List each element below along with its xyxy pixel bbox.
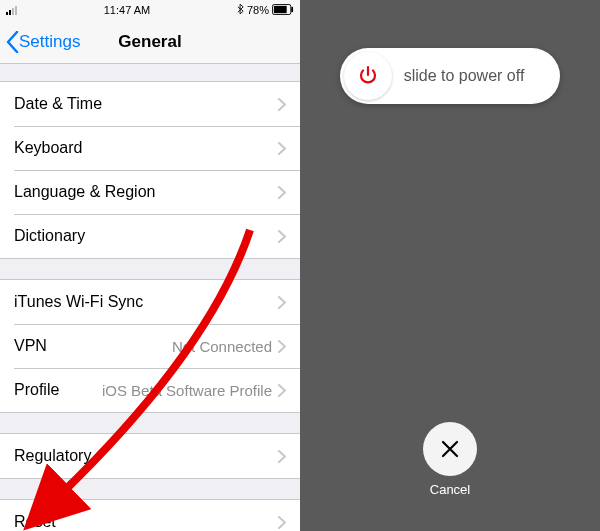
row-itunes-wifi-sync[interactable]: iTunes Wi-Fi Sync xyxy=(0,280,300,324)
status-bar: 11:47 AM 78% xyxy=(0,0,300,20)
power-icon xyxy=(356,64,380,88)
chevron-right-icon xyxy=(278,384,286,397)
row-language-region[interactable]: Language & Region xyxy=(0,170,300,214)
status-time: 11:47 AM xyxy=(104,4,150,16)
row-detail: Not Connected xyxy=(47,338,278,355)
row-label: Regulatory xyxy=(14,447,91,465)
cancel-button[interactable] xyxy=(423,422,477,476)
slide-to-power-off[interactable]: slide to power off xyxy=(340,48,560,104)
row-label: Reset xyxy=(14,513,56,531)
chevron-right-icon xyxy=(278,296,286,309)
power-off-screen: slide to power off Cancel xyxy=(300,0,600,531)
battery-icon xyxy=(272,4,294,17)
row-label: VPN xyxy=(14,337,47,355)
row-label: iTunes Wi-Fi Sync xyxy=(14,293,143,311)
svg-rect-2 xyxy=(274,5,287,12)
chevron-right-icon xyxy=(278,186,286,199)
cancel-area: Cancel xyxy=(423,422,477,497)
close-icon xyxy=(441,440,459,458)
row-keyboard[interactable]: Keyboard xyxy=(0,126,300,170)
chevron-right-icon xyxy=(278,450,286,463)
slider-label: slide to power off xyxy=(392,67,556,85)
chevron-right-icon xyxy=(278,516,286,529)
chevron-right-icon xyxy=(278,340,286,353)
row-label: Keyboard xyxy=(14,139,83,157)
row-regulatory[interactable]: Regulatory xyxy=(0,434,300,478)
chevron-right-icon xyxy=(278,142,286,155)
row-dictionary[interactable]: Dictionary xyxy=(0,214,300,258)
row-date-time[interactable]: Date & Time xyxy=(0,82,300,126)
chevron-right-icon xyxy=(278,230,286,243)
row-reset[interactable]: Reset xyxy=(0,500,300,531)
signal-icon xyxy=(6,6,17,15)
battery-percent: 78% xyxy=(247,4,269,16)
bluetooth-icon xyxy=(237,4,244,17)
power-knob[interactable] xyxy=(344,52,392,100)
page-title: General xyxy=(0,32,300,52)
row-vpn[interactable]: VPN Not Connected xyxy=(0,324,300,368)
row-label: Language & Region xyxy=(14,183,155,201)
row-detail: iOS Beta Software Profile xyxy=(59,382,278,399)
chevron-right-icon xyxy=(278,98,286,111)
row-label: Date & Time xyxy=(14,95,102,113)
row-label: Dictionary xyxy=(14,227,85,245)
row-profile[interactable]: Profile iOS Beta Software Profile xyxy=(0,368,300,412)
row-label: Profile xyxy=(14,381,59,399)
settings-list: Date & Time Keyboard Language & Region D… xyxy=(0,81,300,531)
nav-bar: Settings General xyxy=(0,20,300,64)
settings-general-screen: 11:47 AM 78% Settings General Date xyxy=(0,0,300,531)
cancel-label: Cancel xyxy=(430,482,470,497)
svg-rect-1 xyxy=(291,6,293,12)
